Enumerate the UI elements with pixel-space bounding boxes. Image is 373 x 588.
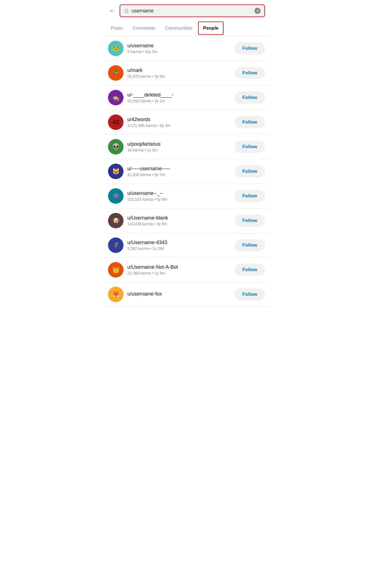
follow-button[interactable]: Follow — [235, 239, 265, 251]
user-info: u/username--_-- 132,153 karma • 6y 9m — [127, 190, 231, 202]
avatar: 👑 — [108, 262, 124, 278]
header: ← ✕ — [104, 0, 269, 20]
user-meta: 62,593 karma • 3y 1m — [127, 99, 231, 103]
user-info: u/poopfartanus 16 karma • 1y 9m — [127, 141, 231, 152]
search-input[interactable] — [132, 8, 252, 14]
list-item: 42 u/42words 3,171,966 karma • 6y 3m Fol… — [104, 110, 269, 135]
list-item: 🦊 u/username-fox Follow — [104, 282, 269, 307]
avatar: 🐸 — [108, 41, 124, 56]
user-name: u/Username-4343 — [127, 240, 231, 245]
follow-button[interactable]: Follow — [235, 288, 265, 300]
user-info: u/-----username----- 41,638 karma • 6y 7… — [127, 166, 231, 177]
avatar: 🦆 — [108, 65, 124, 81]
search-bar: ✕ — [120, 4, 265, 17]
user-name: u/Username-blank — [127, 215, 231, 221]
list-item: 👽 u/poopfartanus 16 karma • 1y 9m Follow — [104, 135, 269, 159]
user-info: u/username-fox — [127, 291, 231, 298]
follow-button[interactable]: Follow — [235, 92, 265, 104]
avatar: 🦸 — [108, 237, 124, 253]
avatar: 👽 — [108, 139, 124, 155]
search-icon — [124, 9, 129, 13]
user-info: u/username 9 karma • 16y 5m — [127, 43, 231, 54]
user-info: u/-____deleted____- 62,593 karma • 3y 1m — [127, 92, 231, 103]
follow-button[interactable]: Follow — [235, 165, 265, 177]
user-meta: 143,038 karma • 3y 9m — [127, 222, 231, 226]
list-item: 🦸 u/Username-4343 5,282 karma • 2y 29d F… — [104, 233, 269, 258]
svg-line-1 — [127, 12, 128, 12]
tabs-bar: Posts Comments Communities People — [104, 20, 269, 36]
user-meta: 23,368 karma • 1y 9m — [127, 271, 231, 275]
list-item: 🐱 u/-----username----- 41,638 karma • 6y… — [104, 159, 269, 184]
user-meta: 41,638 karma • 6y 7m — [127, 173, 231, 177]
user-name: u/-____deleted____- — [127, 92, 231, 98]
back-icon: ← — [109, 7, 115, 14]
list-item: 🦆 u/mark 51,879 karma • 3y 5m Follow — [104, 61, 269, 85]
follow-button[interactable]: Follow — [235, 215, 265, 227]
avatar: 42 — [108, 114, 124, 130]
clear-button[interactable]: ✕ — [254, 8, 261, 14]
user-name: u/42words — [127, 117, 231, 122]
list-item: 👾 u/username--_-- 132,153 karma • 6y 9m … — [104, 184, 269, 208]
back-button[interactable]: ← — [108, 6, 116, 15]
user-list: 🐸 u/username 9 karma • 16y 5m Follow 🦆 u… — [104, 36, 269, 307]
list-item: 🐶 u/Username-blank 143,038 karma • 3y 9m… — [104, 208, 269, 233]
list-item: 🧙 u/-____deleted____- 62,593 karma • 3y … — [104, 85, 269, 110]
user-info: u/Username-4343 5,282 karma • 2y 29d — [127, 240, 231, 251]
list-item: 👑 u/Username-Not-A-Bot 23,368 karma • 1y… — [104, 258, 269, 282]
avatar: 🦊 — [108, 287, 124, 302]
user-name: u/mark — [127, 67, 231, 73]
avatar: 👾 — [108, 188, 124, 204]
user-meta: 51,879 karma • 3y 5m — [127, 74, 231, 79]
tab-comments[interactable]: Comments — [128, 20, 160, 36]
follow-button[interactable]: Follow — [235, 190, 265, 202]
user-meta: 16 karma • 1y 9m — [127, 148, 231, 152]
follow-button[interactable]: Follow — [235, 264, 265, 276]
avatar: 🐱 — [108, 164, 124, 179]
user-info: u/Username-blank 143,038 karma • 3y 9m — [127, 215, 231, 226]
tab-posts[interactable]: Posts — [106, 20, 128, 36]
user-meta: 5,282 karma • 2y 29d — [127, 246, 231, 251]
follow-button[interactable]: Follow — [235, 42, 265, 54]
user-name: u/Username-Not-A-Bot — [127, 264, 231, 270]
user-meta: 132,153 karma • 6y 9m — [127, 197, 231, 202]
avatar: 🐶 — [108, 213, 124, 228]
user-name: u/username — [127, 43, 231, 49]
user-name: u/-----username----- — [127, 166, 231, 172]
tab-people[interactable]: People — [198, 22, 224, 35]
user-info: u/Username-Not-A-Bot 23,368 karma • 1y 9… — [127, 264, 231, 275]
follow-button[interactable]: Follow — [235, 116, 265, 128]
clear-icon: ✕ — [256, 9, 259, 13]
user-meta: 9 karma • 16y 5m — [127, 49, 231, 54]
user-name: u/username-fox — [127, 291, 231, 297]
user-info: u/mark 51,879 karma • 3y 5m — [127, 67, 231, 79]
avatar: 🧙 — [108, 90, 124, 105]
tab-communities[interactable]: Communities — [160, 20, 198, 36]
user-name: u/poopfartanus — [127, 141, 231, 147]
follow-button[interactable]: Follow — [235, 67, 265, 79]
list-item: 🐸 u/username 9 karma • 16y 5m Follow — [104, 36, 269, 61]
user-name: u/username--_-- — [127, 190, 231, 196]
user-meta: 3,171,966 karma • 6y 3m — [127, 123, 231, 128]
follow-button[interactable]: Follow — [235, 141, 265, 153]
user-info: u/42words 3,171,966 karma • 6y 3m — [127, 117, 231, 128]
